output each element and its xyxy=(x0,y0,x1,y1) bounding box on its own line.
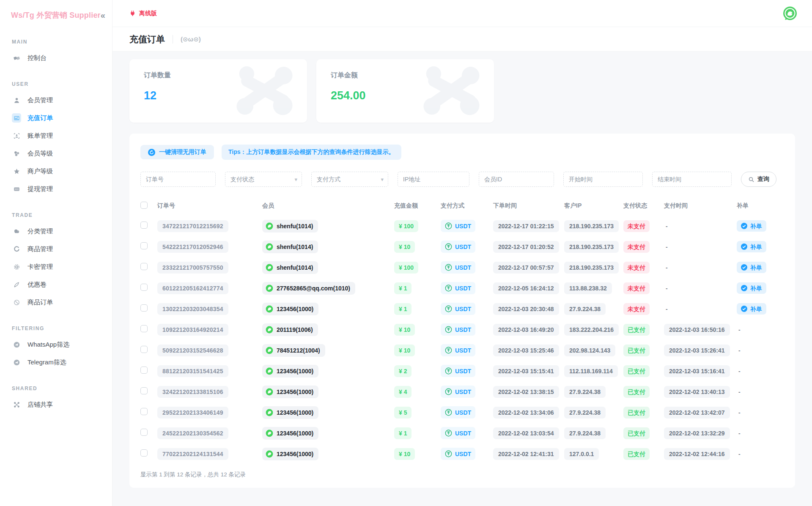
decorative-blob xyxy=(232,63,298,118)
search-button[interactable]: 查询 xyxy=(741,172,776,187)
reissue-button[interactable]: 补单 xyxy=(737,282,766,294)
row-checkbox[interactable] xyxy=(140,304,148,312)
row-checkbox[interactable] xyxy=(140,449,148,457)
reissue-button[interactable]: 补单 xyxy=(737,220,766,232)
whatsapp-icon xyxy=(266,243,273,251)
avatar[interactable] xyxy=(782,5,798,22)
whatsapp-icon xyxy=(266,284,273,292)
sidebar: Ws/Tg 外贸营销 Supplier « MAIN 控制台 USER 会员管理… xyxy=(0,0,112,506)
row-checkbox[interactable] xyxy=(140,408,148,415)
pay-time: - xyxy=(664,223,668,230)
table-row: 881221203151541425 123456(1000) ¥ 2 USDT… xyxy=(140,361,784,381)
sidebar-item-product[interactable]: 商品管理 xyxy=(0,240,112,258)
sidebar-item-shop-share[interactable]: 店铺共享 xyxy=(0,396,112,413)
sidebar-item-recharge-order[interactable]: 充值订单 xyxy=(0,109,112,127)
recharge-amount: ¥ 4 xyxy=(394,386,411,398)
client-ip: 112.118.169.114 xyxy=(564,365,618,377)
pay-method-badge: USDT xyxy=(441,448,475,460)
sidebar-item-category[interactable]: 分类管理 xyxy=(0,222,112,240)
pay-time: 2022-12-02 13:32:29 xyxy=(664,427,730,439)
pay-time: - xyxy=(664,264,668,271)
reissue-empty: - xyxy=(737,347,741,354)
product-order-icon xyxy=(12,298,21,307)
row-checkbox[interactable] xyxy=(140,387,148,394)
member-name: 78451212(1004) xyxy=(277,347,320,353)
select-all-checkbox[interactable] xyxy=(140,202,148,209)
table-body: 347221217012215692 shenfu(1014) ¥ 100 US… xyxy=(140,216,784,464)
row-checkbox[interactable] xyxy=(140,222,148,229)
start-time-input[interactable] xyxy=(564,176,642,183)
sidebar-section-title: SHARED xyxy=(0,386,112,391)
member-name: 277652865@qq.com(1010) xyxy=(277,285,350,291)
pay-status-badge: 已支付 xyxy=(623,324,650,336)
row-checkbox[interactable] xyxy=(140,325,148,332)
pay-status-badge: 未支付 xyxy=(623,303,650,315)
pay-method-badge: USDT xyxy=(441,261,475,274)
sidebar-item-label: 充值订单 xyxy=(27,114,53,122)
pay-time: 2022-12-03 16:50:16 xyxy=(664,324,730,336)
member-name: 123456(1000) xyxy=(277,306,313,312)
pay-method-input[interactable] xyxy=(312,176,388,183)
member-badge: shenfu(1014) xyxy=(262,261,318,274)
sidebar-collapse-icon[interactable]: « xyxy=(101,11,105,19)
reissue-label: 补单 xyxy=(750,285,762,291)
reissue-label: 补单 xyxy=(750,306,762,312)
filter-order-no xyxy=(140,172,216,187)
pay-method-label: USDT xyxy=(455,327,471,333)
sidebar-item-telegram-filter[interactable]: Telegram筛选 xyxy=(0,353,112,371)
pay-method-badge: USDT xyxy=(441,241,475,253)
row-checkbox[interactable] xyxy=(140,284,148,291)
sidebar-section-title: USER xyxy=(0,81,112,87)
row-checkbox[interactable] xyxy=(140,367,148,374)
order-number: 509221203152546628 xyxy=(157,345,228,356)
clean-orders-button[interactable]: 一键清理无用订单 xyxy=(140,145,214,159)
sidebar-item-product-order[interactable]: 商品订单 xyxy=(0,293,112,311)
filter-member-id xyxy=(479,172,554,187)
sidebar-item-coupon[interactable]: 优惠卷 xyxy=(0,276,112,293)
recharge-order-icon xyxy=(12,113,21,123)
member-id-input[interactable] xyxy=(479,176,554,183)
order-number: 770221202124131544 xyxy=(157,448,228,460)
usdt-icon xyxy=(445,367,452,375)
table-row: 233221217005757550 shenfu(1014) ¥ 100 US… xyxy=(140,257,784,278)
pay-status-badge: 已支付 xyxy=(623,427,650,439)
pay-time: 2022-12-02 13:42:07 xyxy=(664,407,730,418)
row-checkbox[interactable] xyxy=(140,242,148,249)
order-number: 295221202133406149 xyxy=(157,407,228,418)
reissue-button[interactable]: 补单 xyxy=(737,262,766,273)
row-checkbox[interactable] xyxy=(140,346,148,353)
sidebar-item-dashboard[interactable]: 控制台 xyxy=(0,49,112,67)
sidebar-item-withdraw[interactable]: 提现管理 xyxy=(0,180,112,198)
member-badge: 123456(1000) xyxy=(262,448,318,460)
sidebar-item-member-level[interactable]: 会员等级 xyxy=(0,145,112,162)
sidebar-item-whatsapp-filter[interactable]: WhatsApp筛选 xyxy=(0,336,112,353)
client-ip: 27.9.224.38 xyxy=(564,303,606,315)
reissue-button[interactable]: 补单 xyxy=(737,241,766,252)
sidebar-item-card-key[interactable]: 卡密管理 xyxy=(0,258,112,276)
reissue-button[interactable]: 补单 xyxy=(737,303,766,315)
client-ip: 113.88.238.32 xyxy=(564,282,612,294)
sidebar-item-merchant-level[interactable]: 商户等级 xyxy=(0,162,112,180)
member-badge: 123456(1000) xyxy=(262,365,318,377)
pay-status-input[interactable] xyxy=(225,176,302,183)
order-number: 130221203203048354 xyxy=(157,303,228,315)
column-header: 支付时间 xyxy=(664,202,737,210)
sidebar-section: TRADE 分类管理 商品管理 卡密管理 优惠卷 商品订单 xyxy=(0,212,112,311)
offline-badge[interactable]: 离线版 xyxy=(129,10,157,17)
row-checkbox[interactable] xyxy=(140,429,148,436)
ip-input[interactable] xyxy=(398,176,469,183)
order-no-input[interactable] xyxy=(141,176,215,183)
usdt-icon xyxy=(445,222,452,230)
order-time: 2022-12-03 15:15:41 xyxy=(493,365,559,377)
titlebar: 充值订单 (⊙ω⊙) xyxy=(112,27,812,52)
sidebar-item-bill[interactable]: 账单管理 xyxy=(0,127,112,145)
sidebar-item-label: 卡密管理 xyxy=(27,263,53,271)
row-checkbox[interactable] xyxy=(140,263,148,270)
sidebar-section-title: FILTERING xyxy=(0,325,112,331)
client-ip: 27.9.224.38 xyxy=(564,427,606,439)
sidebar-item-label: 会员等级 xyxy=(27,150,53,158)
end-time-input[interactable] xyxy=(653,176,731,183)
sidebar-item-member[interactable]: 会员管理 xyxy=(0,91,112,109)
filter-end-time xyxy=(652,172,732,187)
member-badge: shenfu(1014) xyxy=(262,220,318,232)
